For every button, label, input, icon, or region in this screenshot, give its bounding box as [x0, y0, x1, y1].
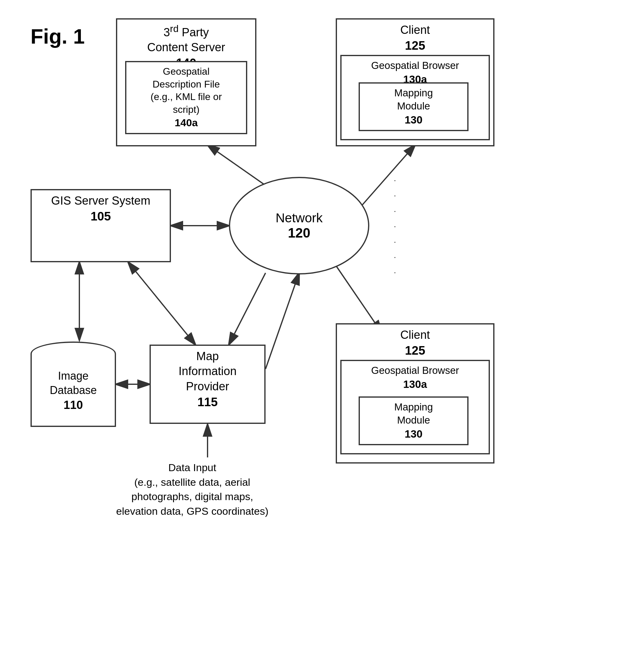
- mm-bottom-box: MappingModule 130: [359, 397, 469, 445]
- svg-line-5: [229, 273, 266, 345]
- gis-box: GIS Server System 105: [31, 189, 171, 262]
- svg-line-8: [128, 262, 195, 345]
- fig-label: Fig. 1: [31, 24, 85, 48]
- diagram-container: Fig. 1: [0, 0, 644, 666]
- dots-separator: . . . . . . .: [394, 171, 397, 278]
- mm-top-title: MappingModule 130: [360, 84, 467, 130]
- gb-bottom-number: 130a: [403, 378, 427, 390]
- image-db-title: ImageDatabase 110: [31, 369, 116, 413]
- mip-box: MapInformationProvider 115: [150, 345, 266, 424]
- client-top-title: Client 125: [337, 19, 493, 57]
- image-db-number: 110: [64, 399, 83, 411]
- network-number: 120: [288, 225, 310, 241]
- network-oval: Network 120: [229, 177, 369, 275]
- gdf-title: GeospatialDescription File(e.g., KML fil…: [126, 62, 246, 133]
- arrows-svg: [0, 0, 644, 666]
- mip-title: MapInformationProvider 115: [151, 346, 264, 413]
- gdf-box: GeospatialDescription File(e.g., KML fil…: [125, 61, 247, 134]
- gdf-number: 140a: [174, 117, 198, 128]
- gis-title: GIS Server System 105: [32, 190, 170, 227]
- gis-number: 105: [91, 210, 111, 223]
- client-bottom-number: 125: [405, 344, 425, 357]
- mip-number: 115: [198, 395, 218, 409]
- data-input-label: Data Input(e.g., satellite data, aerialp…: [116, 460, 269, 519]
- network-title: Network: [276, 211, 323, 225]
- mm-top-box: MappingModule 130: [359, 82, 469, 131]
- mm-bottom-number: 130: [405, 428, 422, 440]
- svg-line-10: [266, 273, 299, 369]
- svg-line-3: [360, 145, 415, 207]
- gb-bottom-title: Geospatial Browser 130a: [341, 361, 489, 394]
- image-db-cylinder: ImageDatabase 110: [31, 341, 116, 439]
- client-top-number: 125: [405, 39, 425, 52]
- client-bottom-title: Client 125: [337, 325, 493, 362]
- mm-top-number: 130: [405, 114, 422, 126]
- mm-bottom-title: MappingModule 130: [360, 398, 467, 444]
- svg-line-6: [336, 265, 382, 332]
